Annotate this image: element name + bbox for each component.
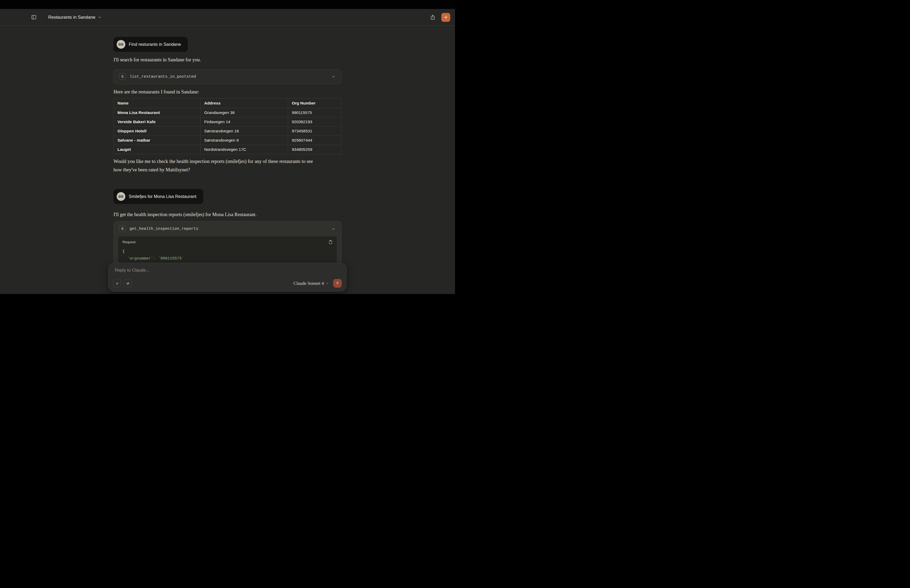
restaurant-name: Lauget [114, 145, 200, 154]
composer-toolbar: Claude Sonnet 4 [113, 279, 342, 288]
app-window: Restaurants in Sandane [0, 0, 455, 294]
table-row: Vereide Bakeri KafeFirdavegen 1492038219… [114, 117, 341, 127]
conversation-title-dropdown[interactable]: Restaurants in Sandane [48, 15, 101, 20]
model-name: Claude Sonnet 4 [293, 281, 324, 286]
chat-scroll-area[interactable]: BB Find resturants in Sandane I'll searc… [0, 26, 455, 294]
restaurant-address: Firdavegen 14 [200, 117, 288, 127]
user-message: BB Smilefjes for Mona Lisa Restaurant [113, 189, 203, 204]
restaurant-name: Sølvane - matbar [114, 136, 200, 145]
copy-button[interactable] [329, 240, 333, 244]
attach-button[interactable] [113, 279, 121, 288]
assistant-text: Here are the restaurants I found in Sand… [113, 88, 341, 96]
composer: Claude Sonnet 4 [108, 263, 346, 292]
code-value [156, 256, 158, 261]
restaurant-address: Sørstrandsvegen 9 [200, 136, 288, 145]
chevron-down-icon [98, 16, 101, 19]
tool-call-header[interactable]: S get_health_inspection_reports [114, 221, 341, 236]
tool-call-name: get_health_inspection_reports [129, 227, 198, 231]
assistant-text: Would you like me to check the health in… [113, 157, 322, 174]
column-header: Address [200, 99, 288, 108]
restaurant-name: Gloppen Hotell [114, 127, 200, 136]
user-message-text: Find resturants in Sandane [129, 42, 181, 47]
tools-button[interactable] [124, 279, 132, 288]
request-code-block: { `orgnummer`: `990115575` [123, 248, 333, 262]
assistant-text: I'll get the health inspection reports (… [113, 210, 341, 219]
chevron-up-icon[interactable] [331, 227, 335, 231]
user-message: BB Find resturants in Sandane [113, 37, 188, 52]
sliders-icon [126, 281, 130, 286]
arrow-up-icon [335, 281, 339, 286]
restaurants-table: NameAddressOrg Number Mona Lisa Restaura… [113, 98, 341, 154]
code-line: { [123, 248, 333, 255]
table-header-row: NameAddressOrg Number [114, 99, 341, 108]
code-key: `orgnummer` [127, 256, 153, 261]
plus-icon [115, 281, 119, 286]
tool-source-badge: S [119, 225, 126, 232]
table-head: NameAddressOrg Number [114, 99, 341, 108]
avatar: BB [116, 192, 125, 201]
sidebar-toggle-button[interactable] [31, 15, 37, 20]
model-selector[interactable]: Claude Sonnet 4 [293, 281, 329, 286]
restaurant-org-number: 934805259 [288, 145, 341, 154]
code-line: `orgnummer`: `990115575` [123, 255, 333, 262]
avatar: BB [116, 40, 125, 49]
new-chat-button[interactable] [441, 13, 450, 22]
restaurant-address: Sørstrandvegen 16 [200, 127, 288, 136]
restaurant-org-number: 920382193 [288, 117, 341, 127]
panel-left-icon [31, 15, 37, 20]
column-header: Org Number [288, 99, 341, 108]
table-row: Mona Lisa RestaurantGrandavegen 36990115… [114, 108, 341, 117]
restaurant-org-number: 925607444 [288, 136, 341, 145]
share-icon [430, 15, 435, 20]
tool-source-badge: S [119, 73, 126, 80]
restaurant-name: Mona Lisa Restaurant [114, 108, 200, 117]
restaurant-name: Vereide Bakeri Kafe [114, 117, 200, 127]
restaurant-address: Grandavegen 36 [200, 108, 288, 117]
clipboard-icon [329, 240, 333, 244]
chevron-down-icon[interactable] [331, 75, 335, 79]
plus-icon [443, 15, 448, 20]
request-label: Request [123, 240, 136, 244]
page-title: Restaurants in Sandane [48, 15, 95, 20]
tool-call-list-restaurants[interactable]: S list_restaurants_in_poststed [113, 69, 341, 84]
column-header: Name [114, 99, 200, 108]
chevron-down-icon [326, 282, 329, 285]
code-colon: : [153, 256, 156, 261]
table-row: Sølvane - matbarSørstrandsvegen 99256074… [114, 136, 341, 145]
titlebar-strip [0, 0, 455, 9]
tool-call-name: list_restaurants_in_poststed [129, 74, 196, 79]
header-actions [430, 13, 450, 22]
code-value: `990115575` [158, 256, 184, 261]
restaurant-org-number: 990115575 [288, 108, 341, 117]
share-button[interactable] [430, 15, 435, 20]
table-row: Gloppen HotellSørstrandvegen 16973458531 [114, 127, 341, 136]
table-body: Mona Lisa RestaurantGrandavegen 36990115… [114, 108, 341, 154]
assistant-text: I'll search for restaurants in Sandane f… [113, 56, 341, 64]
reply-input[interactable] [108, 263, 346, 277]
restaurant-org-number: 973458531 [288, 127, 341, 136]
send-button[interactable] [333, 279, 342, 288]
table-row: LaugetNordstrandsvegen 17C934805259 [114, 145, 341, 154]
restaurant-address: Nordstrandsvegen 17C [200, 145, 288, 154]
header: Restaurants in Sandane [0, 9, 455, 26]
user-message-text: Smilefjes for Mona Lisa Restaurant [129, 194, 196, 199]
